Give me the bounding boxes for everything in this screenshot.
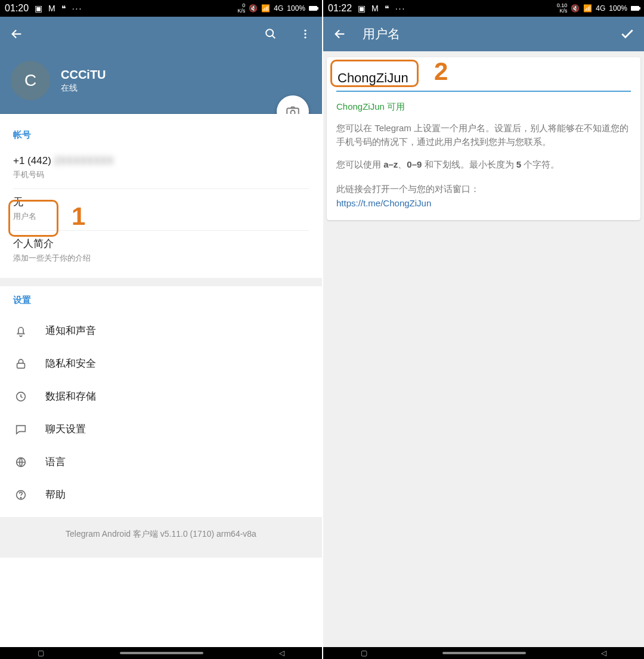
battery-pct: 100%: [287, 4, 305, 13]
settings-item-notifications[interactable]: 通知和声音: [13, 314, 309, 347]
svg-rect-6: [17, 363, 25, 368]
bio-row[interactable]: 个人简介 添加一些关于你的介绍: [13, 231, 309, 272]
phone-right-username: 01:22 ▣ M ❝ ··· 0.10 K/s 🔇 📶 4G 100% 用户名: [322, 0, 644, 659]
avatar[interactable]: C: [11, 61, 50, 100]
nav-home-pill[interactable]: [120, 652, 203, 654]
back-button[interactable]: [332, 26, 348, 42]
username-card: ChongZiJun 可用 您可以在 Telegram 上设置一个用户名。设置后…: [327, 57, 640, 220]
account-section-title: 帐号: [13, 129, 309, 141]
network-speed: 0 K/s: [237, 3, 245, 14]
svg-point-0: [266, 29, 273, 36]
android-nav-bar: ▢ ◁: [0, 647, 322, 659]
profile-status: 在线: [61, 83, 106, 94]
hangouts-icon: ❝: [385, 4, 389, 13]
phone-value: +1 (442) 2XXXXXXXX: [13, 155, 309, 167]
nav-back-icon[interactable]: ◁: [601, 649, 606, 657]
phone-label: 手机号码: [13, 169, 309, 180]
username-label: 用户名: [13, 211, 309, 222]
settings-item-help[interactable]: 帮助: [13, 478, 309, 511]
toolbar: [0, 17, 322, 51]
account-section: 帐号 +1 (442) 2XXXXXXXX 手机号码 无 用户名 个人简介 添加…: [0, 114, 322, 278]
status-bar: 01:20 ▣ M ❝ ··· 0 K/s 🔇 📶 4G 100%: [0, 0, 322, 17]
signal-4g-icon: 4G: [596, 4, 605, 13]
nav-home-pill[interactable]: [442, 652, 526, 654]
profile-header: C CCCiTU 在线: [0, 51, 322, 114]
settings-item-privacy[interactable]: 隐私和安全: [13, 347, 309, 380]
username-description-2: 您可以使用 a–z、0–9 和下划线。最小长度为 5 个字符。: [336, 157, 631, 171]
bio-value: 个人简介: [13, 237, 309, 250]
gallery-icon: ▣: [358, 4, 366, 13]
username-row[interactable]: 无 用户名: [13, 189, 309, 231]
nav-recent-icon[interactable]: ▢: [38, 649, 44, 657]
clock-icon: [13, 390, 29, 403]
nav-back-icon[interactable]: ◁: [279, 649, 284, 657]
version-footer: Telegram Android 客户端 v5.11.0 (1710) arm6…: [0, 517, 322, 558]
username-input[interactable]: [336, 67, 631, 92]
toolbar: 用户名: [323, 17, 644, 51]
toolbar-title: 用户名: [363, 26, 400, 42]
gallery-icon: ▣: [35, 4, 42, 13]
wifi-icon: 📶: [583, 4, 592, 13]
bio-label: 添加一些关于你的介绍: [13, 253, 309, 264]
svg-point-10: [20, 497, 21, 497]
phone-redacted: 2XXXXXXXX: [54, 155, 114, 166]
network-speed: 0.10 K/s: [557, 3, 568, 14]
svg-point-2: [304, 33, 306, 35]
phone-row[interactable]: +1 (442) 2XXXXXXXX 手机号码: [13, 149, 309, 189]
gmail-icon: M: [48, 4, 55, 13]
search-button[interactable]: [262, 26, 279, 42]
lock-icon: [13, 357, 29, 370]
help-icon: [13, 488, 29, 502]
bell-icon: [13, 324, 29, 338]
status-bar: 01:22 ▣ M ❝ ··· 0.10 K/s 🔇 📶 4G 100%: [323, 0, 644, 17]
hangouts-icon: ❝: [61, 4, 66, 13]
username-value: 无: [13, 195, 309, 209]
username-link-intro: 此链接会打开一个与您的对话窗口：: [336, 182, 631, 196]
status-time: 01:22: [328, 3, 352, 14]
svg-point-3: [304, 36, 306, 38]
battery-icon: [631, 6, 639, 11]
section-divider: [0, 278, 322, 286]
chat-icon: [13, 423, 29, 436]
confirm-button[interactable]: [619, 26, 636, 42]
android-nav-bar: ▢ ◁: [323, 647, 644, 659]
more-notifications-icon: ···: [395, 4, 406, 13]
globe-icon: [13, 456, 29, 469]
more-button[interactable]: [297, 26, 314, 42]
phone-left-settings: 01:20 ▣ M ❝ ··· 0 K/s 🔇 📶 4G 100%: [0, 0, 322, 659]
mute-icon: 🔇: [571, 4, 580, 13]
settings-item-data[interactable]: 数据和存储: [13, 380, 309, 413]
signal-4g-icon: 4G: [274, 4, 283, 13]
svg-point-1: [304, 30, 306, 32]
mute-icon: 🔇: [249, 4, 258, 13]
profile-name: CCCiTU: [61, 68, 106, 82]
back-button[interactable]: [8, 26, 25, 42]
settings-item-chat[interactable]: 聊天设置: [13, 413, 309, 445]
username-link[interactable]: https://t.me/ChongZiJun: [336, 198, 631, 208]
battery-pct: 100%: [609, 4, 627, 13]
more-notifications-icon: ···: [72, 4, 83, 13]
username-available: ChongZiJun 可用: [336, 101, 631, 113]
settings-section: 设置 通知和声音 隐私和安全 数据和存储 聊天设置 语言: [0, 286, 322, 517]
settings-section-title: 设置: [13, 295, 309, 306]
wifi-icon: 📶: [261, 4, 270, 13]
battery-icon: [309, 6, 317, 11]
nav-recent-icon[interactable]: ▢: [361, 649, 367, 657]
gmail-icon: M: [371, 4, 379, 13]
annotation-number-1: 1: [72, 202, 85, 231]
settings-item-language[interactable]: 语言: [13, 445, 309, 478]
status-time: 01:20: [5, 3, 29, 14]
annotation-number-2: 2: [434, 57, 448, 86]
username-description-1: 您可以在 Telegram 上设置一个用户名。设置后，别人将能够在不知道您的手机…: [336, 121, 631, 149]
